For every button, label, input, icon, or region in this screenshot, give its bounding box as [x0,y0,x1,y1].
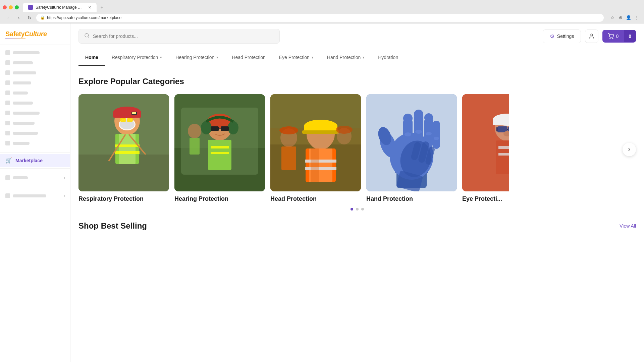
svg-point-43 [311,136,331,149]
svg-point-68 [433,121,440,128]
sidebar-divider [0,152,70,153]
logo-text: SafetyCulture [5,30,65,38]
explore-title: Explore Popular Categories [78,77,636,86]
svg-point-50 [279,126,298,134]
carousel-next-button[interactable] [623,143,636,156]
svg-rect-12 [119,134,136,164]
svg-rect-86 [496,127,498,131]
logo-underline [5,39,25,39]
user-profile-button[interactable] [585,29,598,43]
sidebar-item-marketplace-label: Marketplace [15,158,43,163]
category-card-head[interactable]: Head Protection [270,94,361,202]
category-image-head [270,94,361,191]
address-bar[interactable]: 🔒 https://app.safetyculture.com/marketpl… [36,14,604,22]
nav-tabs: Home Respiratory Protection ▾ Hearing Pr… [70,49,644,66]
svg-rect-18 [132,112,136,114]
svg-point-70 [415,130,422,134]
svg-point-53 [336,126,353,134]
category-image-hearing [174,94,265,191]
svg-rect-91 [498,153,509,156]
svg-point-72 [434,137,439,140]
tab-respiratory-protection[interactable]: Respiratory Protection ▾ [105,49,169,66]
cart-total-badge: 0 [624,30,636,42]
chevron-down-icon: ▾ [363,55,365,60]
extensions-button[interactable]: ⊕ [617,14,624,21]
svg-point-34 [188,124,201,138]
maximize-traffic-light[interactable] [15,5,19,9]
svg-rect-46 [305,160,336,163]
search-bar[interactable] [78,29,280,44]
svg-point-1 [591,34,593,36]
view-all-button[interactable]: View All [620,223,636,229]
svg-point-64 [414,110,423,119]
cart-icon-wrap: 0 [602,30,624,43]
close-traffic-light[interactable] [3,5,7,9]
main-content: ⚙ Settings 0 0 [70,23,644,362]
svg-rect-31 [208,140,231,170]
tab-home[interactable]: Home [78,49,105,66]
page-content: Explore Popular Categories [70,66,644,362]
back-button[interactable]: ‹ [4,14,12,22]
category-label-eye: Eye Protecti... [462,195,509,202]
tab-head-protection[interactable]: Head Protection [225,49,272,66]
tab-hand-label: Hand Protection [327,55,361,60]
svg-rect-89 [496,140,509,174]
logo-culture: Culture [24,30,47,38]
chevron-down-icon: ▾ [216,55,218,60]
logo-safety: Safety [5,30,24,38]
svg-point-3 [613,38,613,39]
svg-rect-90 [498,146,509,149]
url-text: https://app.safetyculture.com/marketplac… [47,15,121,20]
tab-respiratory-label: Respiratory Protection [112,55,158,60]
carousel-dot-3[interactable] [361,208,364,210]
tab-hearing-protection[interactable]: Hearing Protection ▾ [169,49,225,66]
svg-rect-47 [305,167,336,170]
sidebar-skeleton-section-bottom: › › [0,170,70,203]
cart-button[interactable]: 0 0 [602,30,636,43]
category-label-head: Head Protection [270,195,361,202]
refresh-button[interactable]: ↻ [25,14,34,22]
sidebar-item-marketplace[interactable]: 🛒 Marketplace [0,154,70,167]
carousel-dot-2[interactable] [356,208,359,210]
tab-hydration[interactable]: Hydration [371,49,405,66]
svg-point-71 [426,132,432,135]
svg-rect-20 [127,118,133,122]
browser-tab[interactable]: SafetyCulture: Manage Teams and ... ✕ [23,3,97,12]
svg-point-0 [85,34,89,37]
svg-point-2 [610,38,610,39]
forward-button[interactable]: › [15,14,23,22]
bookmark-button[interactable]: ☆ [609,14,616,21]
profile-button[interactable]: 👤 [625,14,632,21]
cart-count: 0 [616,34,619,39]
category-card-respiratory[interactable]: Respiratory Protection [78,94,169,202]
svg-point-26 [201,121,212,134]
categories-grid: Respiratory Protection [78,94,636,202]
svg-rect-14 [115,151,140,154]
category-card-hand[interactable]: Hand Protection [366,94,457,202]
settings-button[interactable]: ⚙ Settings [543,29,581,43]
header-actions: ⚙ Settings 0 0 [543,29,636,43]
tab-close-button[interactable]: ✕ [88,5,91,10]
sidebar-divider-2 [0,168,70,169]
category-label-respiratory: Respiratory Protection [78,195,169,202]
category-card-hearing[interactable]: Hearing Protection [174,94,265,202]
category-card-eye[interactable]: Eye Protecti... [462,94,509,202]
carousel-dot-1[interactable] [351,208,353,210]
category-image-eye [462,94,509,191]
svg-rect-33 [211,152,229,154]
tab-eye-label: Eye Protection [279,55,310,60]
svg-point-69 [405,132,411,136]
menu-button[interactable]: ⋮ [633,14,640,21]
new-tab-button[interactable]: + [98,3,106,11]
lock-icon: 🔒 [40,15,45,20]
tab-eye-protection[interactable]: Eye Protection ▾ [272,49,320,66]
logo: SafetyCulture [0,23,70,45]
svg-point-27 [228,121,238,134]
svg-rect-32 [211,146,229,148]
minimize-traffic-light[interactable] [9,5,13,9]
tab-hand-protection[interactable]: Hand Protection ▾ [320,49,371,66]
settings-label: Settings [557,34,574,39]
shop-best-selling-header: Shop Best Selling View All [78,221,636,231]
chevron-down-icon: ▾ [160,55,162,60]
search-input[interactable] [93,34,274,39]
